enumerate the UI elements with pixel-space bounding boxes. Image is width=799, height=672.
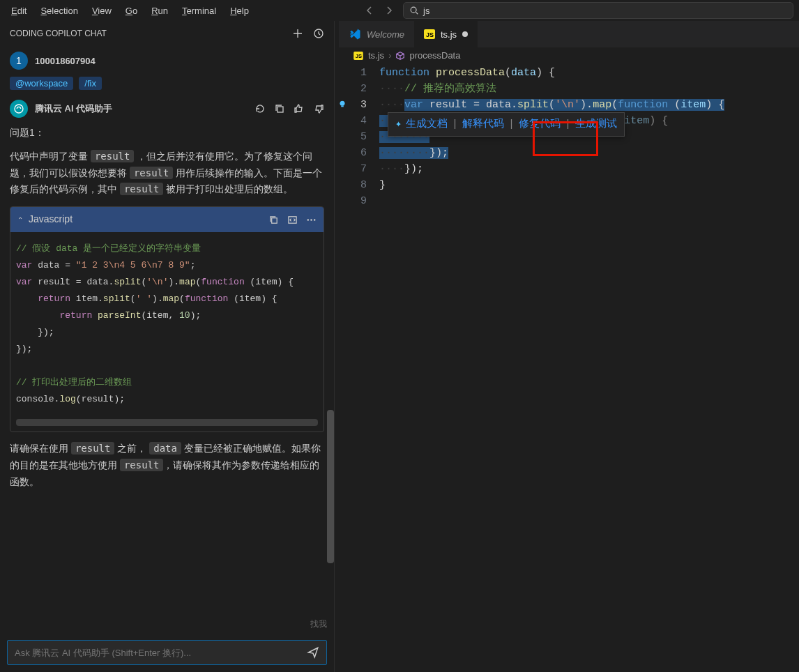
chat-scrollbar[interactable] [327, 410, 334, 616]
code-scrollbar[interactable] [16, 419, 318, 426]
js-icon: JS [424, 29, 435, 39]
search-box[interactable]: js [403, 2, 793, 19]
sparkle-icon: ✦ [395, 116, 402, 132]
search-icon [409, 6, 419, 15]
insert-code-icon[interactable] [287, 211, 298, 228]
svg-point-6 [307, 219, 309, 220]
chat-input-field[interactable] [15, 648, 307, 658]
editor-pane: Welcome JS ts.js JS ts.js › processData … [339, 21, 799, 672]
code-content[interactable]: // 假设 data 是一个已经定义的字符串变量 var data = "1 2… [10, 232, 324, 416]
search-value: js [423, 6, 429, 16]
breadcrumbs[interactable]: JS ts.js › processData [339, 47, 799, 63]
user-avatar: 1 [10, 52, 28, 70]
collapse-icon[interactable]: ⌃ [17, 214, 23, 226]
hint-test[interactable]: 生成测试 [575, 116, 617, 132]
svg-rect-10 [341, 106, 344, 107]
hint-gen-doc[interactable]: 生成文档 [406, 116, 448, 132]
user-message: 1 100018607904 @workspace /fix [7, 46, 327, 96]
copy-code-icon[interactable] [268, 211, 279, 228]
unsaved-dot-icon [462, 31, 468, 37]
hint-explain[interactable]: 解释代码 [462, 116, 504, 132]
paragraph-1: 代码中声明了变量 result ，但之后并没有使用它。为了修复这个问题，我们可以… [10, 148, 324, 198]
tab-welcome[interactable]: Welcome [339, 21, 414, 47]
more-icon[interactable] [306, 211, 317, 228]
code-actions-hint: ✦ 生成文档 | 解释代码 | 修复代码 | 生成测试 [388, 112, 625, 137]
copy-icon[interactable] [274, 103, 285, 115]
assistant-header: 腾讯云 AI 代码助手 [7, 96, 327, 122]
send-icon[interactable] [307, 646, 319, 659]
nav-back-icon[interactable] [364, 5, 375, 17]
assistant-body: 问题1： 代码中声明了变量 result ，但之后并没有使用它。为了修复这个问题… [7, 122, 327, 494]
footer-note: 找我 [0, 616, 334, 633]
menu-terminal[interactable]: Terminal [176, 3, 222, 19]
thumbs-down-icon[interactable] [313, 103, 324, 115]
menu-go[interactable]: Go [120, 3, 143, 19]
menu-view[interactable]: View [86, 3, 117, 19]
assistant-name: 腾讯云 AI 代码助手 [35, 102, 112, 115]
menu-help[interactable]: Help [225, 3, 254, 19]
chat-title: CODING COPILOT CHAT [10, 29, 107, 38]
menu-selection[interactable]: Selection [35, 3, 83, 19]
user-name: 100018607904 [35, 56, 96, 66]
copilot-sidebar: CODING COPILOT CHAT 1 100018607904 [0, 21, 335, 672]
workspace-tag[interactable]: @workspace [10, 77, 73, 90]
symbol-icon [395, 51, 405, 61]
paragraph-2: 请确保在使用 result 之前， data 变量已经被正确地赋值。如果你的目的… [10, 441, 324, 490]
tab-tsjs[interactable]: JS ts.js [414, 21, 478, 47]
svg-point-8 [314, 219, 315, 220]
code-lang: Javascript [29, 211, 73, 228]
editor-body[interactable]: 1 2 3 4 5 6 7 8 9 function processData(d… [339, 63, 799, 672]
fix-tag[interactable]: /fix [79, 77, 102, 90]
svg-point-7 [310, 219, 312, 220]
lightbulb-icon[interactable] [337, 99, 347, 109]
code-lines[interactable]: function processData(data) { ····// 推荐的高… [379, 63, 799, 672]
js-icon: JS [353, 52, 363, 60]
question-label: 问题1： [10, 125, 324, 142]
retry-icon[interactable] [254, 103, 266, 115]
svg-rect-3 [277, 107, 283, 112]
new-chat-icon[interactable] [292, 28, 303, 39]
nav-forward-icon[interactable] [383, 5, 395, 17]
tabs-row: Welcome JS ts.js [339, 21, 799, 47]
menu-run[interactable]: Run [146, 3, 174, 19]
menubar: Edit Selection View Go Run Terminal Help… [0, 0, 799, 21]
hint-fix[interactable]: 修复代码 [519, 116, 561, 132]
chat-input[interactable] [7, 640, 327, 665]
svg-rect-4 [272, 218, 277, 224]
menu-edit[interactable]: Edit [6, 3, 32, 19]
thumbs-up-icon[interactable] [294, 103, 305, 115]
svg-point-9 [340, 101, 345, 106]
assistant-avatar [10, 100, 28, 118]
svg-point-0 [411, 7, 416, 13]
svg-point-2 [15, 105, 23, 113]
vscode-icon [349, 28, 361, 40]
line-gutter: 1 2 3 4 5 6 7 8 9 [339, 63, 379, 672]
history-icon[interactable] [313, 28, 324, 39]
code-block: ⌃ Javascript // 假设 data 是一个已经定义的字符串变量 va… [10, 206, 324, 432]
